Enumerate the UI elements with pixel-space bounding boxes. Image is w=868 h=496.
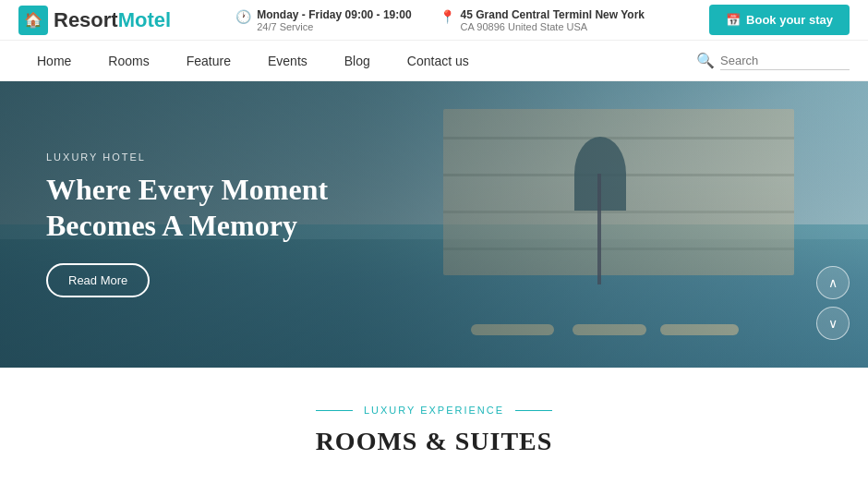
rooms-section: LUXURY EXPERIENCE ROOMS & SUITES (0, 368, 868, 475)
address-info: 📍 45 Grand Central Terminl New York CA 9… (440, 8, 645, 32)
calendar-icon: 📅 (726, 13, 741, 27)
nav-feature[interactable]: Feature (168, 42, 249, 79)
hero-label: LUXURY HOTEL (46, 151, 388, 163)
logo-icon: 🏠 (18, 6, 48, 35)
hero-section: LUXURY HOTEL Where Every Moment Becomes … (0, 81, 868, 368)
hero-arrows: ∧ ∨ (816, 266, 850, 340)
chevron-up-icon: ∧ (828, 275, 838, 290)
hours-sub: 24/7 Service (257, 21, 411, 32)
nav-blog[interactable]: Blog (326, 42, 389, 79)
logo-resort: Resort (54, 8, 118, 31)
clock-icon: 🕐 (235, 9, 251, 24)
hero-prev-button[interactable]: ∧ (816, 266, 850, 299)
section-title: ROOMS & SUITES (18, 427, 850, 456)
hero-content: LUXURY HOTEL Where Every Moment Becomes … (0, 81, 434, 368)
section-subtitle: LUXURY EXPERIENCE (18, 405, 850, 416)
book-stay-button[interactable]: 📅 Book your stay (709, 5, 850, 35)
address-sub: CA 90896 United State USA (461, 21, 645, 32)
main-nav: Home Rooms Feature Events Blog Contact u… (0, 41, 868, 81)
hours-info: 🕐 Monday - Friday 09:00 - 19:00 24/7 Ser… (235, 8, 411, 32)
nav-home[interactable]: Home (18, 42, 90, 79)
nav-events[interactable]: Events (249, 42, 326, 79)
nav-rooms[interactable]: Rooms (90, 42, 167, 79)
address-main: 45 Grand Central Terminl New York (461, 8, 645, 21)
nav-contact[interactable]: Contact us (389, 42, 488, 79)
top-bar: 🏠 ResortMotel 🕐 Monday - Friday 09:00 - … (0, 0, 868, 41)
chevron-down-icon: ∨ (828, 316, 838, 331)
logo[interactable]: 🏠 ResortMotel (18, 6, 171, 35)
location-icon: 📍 (440, 9, 455, 24)
hero-title: Where Every Moment Becomes a Memory (46, 172, 388, 243)
search-area: 🔍 (696, 52, 850, 70)
hero-next-button[interactable]: ∨ (816, 307, 850, 340)
logo-motel: Motel (118, 8, 171, 31)
logo-text: ResortMotel (54, 8, 171, 32)
top-info: 🕐 Monday - Friday 09:00 - 19:00 24/7 Ser… (235, 8, 645, 32)
read-more-button[interactable]: Read More (46, 263, 150, 297)
search-icon: 🔍 (696, 52, 715, 69)
hours-main: Monday - Friday 09:00 - 19:00 (257, 8, 411, 21)
book-btn-label: Book your stay (746, 13, 833, 27)
search-input[interactable] (720, 52, 850, 70)
nav-links: Home Rooms Feature Events Blog Contact u… (18, 42, 696, 79)
